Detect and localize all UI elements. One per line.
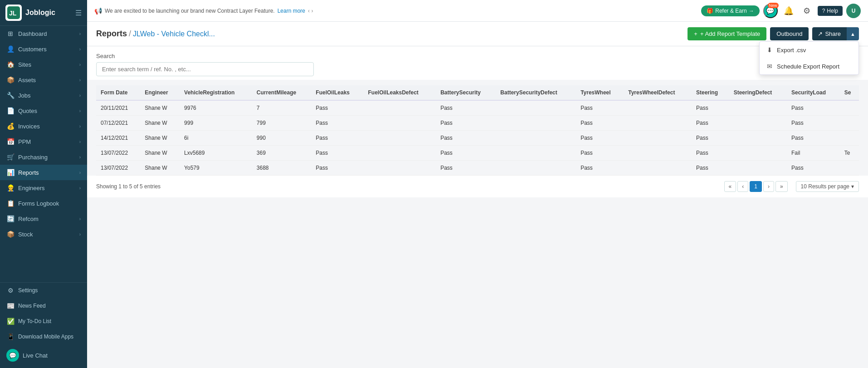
sidebar-label-ppm: PPM: [18, 138, 76, 145]
jobs-icon: 🔧: [6, 92, 15, 99]
table-row: 13/07/2022Shane WLxv5689369PassPassPassP…: [96, 146, 859, 161]
assets-icon: 📦: [6, 76, 15, 83]
pagination-btn-4[interactable]: »: [775, 181, 788, 192]
outbound-button[interactable]: Outbound: [770, 27, 809, 40]
breadcrumb-sub[interactable]: JLWeb - Vehicle Checkl...: [133, 30, 215, 38]
cell-fuel_oil_leaks_defect-2: [363, 131, 436, 146]
sidebar-item-my-to-do-list[interactable]: ✅ My To-Do List: [0, 314, 87, 329]
cell-engineer-2: Shane W: [140, 131, 180, 146]
cell-tyres_wheel_defect-2: [624, 131, 692, 146]
sidebar-label-download-mobile-apps: Download Mobile Apps: [18, 334, 81, 340]
chevron-icon: ›: [79, 31, 81, 36]
sidebar-item-quotes[interactable]: 📄 Quotes ›: [0, 103, 87, 118]
content-area: Reports / JLWeb - Vehicle Checkl... + + …: [87, 22, 868, 368]
sidebar-item-assets[interactable]: 📦 Assets ›: [0, 72, 87, 88]
schedule-export-item[interactable]: ✉ Schedule Export Report: [760, 58, 858, 74]
sidebar-label-my-to-do-list: My To-Do List: [18, 318, 81, 324]
cell-form_date-3: 13/07/2022: [96, 146, 140, 161]
sidebar-item-stock[interactable]: 📦 Stock ›: [0, 226, 87, 242]
sidebar-item-purchasing[interactable]: 🛒 Purchasing ›: [0, 149, 87, 165]
sidebar-item-sites[interactable]: 🏠 Sites ›: [0, 57, 87, 72]
live-chat-icon: 💬: [6, 349, 19, 362]
add-report-template-button[interactable]: + + Add Report Template: [688, 27, 766, 40]
cell-current_mileage-0: 7: [252, 100, 312, 116]
sidebar-label-invoices: Invoices: [18, 123, 76, 130]
live-chat-label: Live Chat: [23, 352, 48, 359]
pagination-btn-2[interactable]: 1: [750, 181, 762, 192]
sidebar-item-live-chat[interactable]: 💬 Live Chat: [0, 344, 87, 366]
cell-battery_security-1: Pass: [436, 116, 496, 131]
sidebar-label-jobs: Jobs: [18, 92, 76, 99]
sidebar-logo: JL Joblogic ☰: [0, 0, 87, 26]
cell-tyres_wheel_defect-1: [624, 116, 692, 131]
customers-icon: 👤: [6, 45, 15, 53]
refcom-icon: 🔄: [6, 215, 15, 222]
email-icon: ✉: [767, 63, 772, 70]
svg-text:JL: JL: [9, 10, 17, 17]
cell-steering_defect-0: [729, 100, 787, 116]
cell-steering-0: Pass: [692, 100, 729, 116]
sidebar-item-engineers[interactable]: 👷 Engineers ›: [0, 180, 87, 196]
cell-tyres_wheel-4: Pass: [576, 161, 624, 176]
cell-steering_defect-4: [729, 161, 787, 176]
sidebar-item-ppm[interactable]: 📅 PPM ›: [0, 134, 87, 149]
export-csv-item[interactable]: ⬇ Export .csv: [760, 42, 858, 58]
help-button[interactable]: ? Help: [818, 6, 843, 16]
help-label: Help: [827, 8, 838, 14]
chevron-icon: ›: [79, 93, 81, 98]
pagination-btn-0[interactable]: «: [724, 181, 736, 192]
cell-current_mileage-3: 369: [252, 146, 312, 161]
sidebar-item-forms-logbook[interactable]: 📋 Forms Logbook: [0, 196, 87, 211]
cell-security_load-0: Pass: [787, 100, 840, 116]
sidebar-item-news-feed[interactable]: 📰 News Feed: [0, 298, 87, 314]
cell-security_load-1: Pass: [787, 116, 840, 131]
col-header-batterysecurity: BatterySecurity: [436, 85, 496, 100]
expand-icon[interactable]: ‹ ›: [308, 8, 313, 14]
cell-se-3: Te: [840, 146, 859, 161]
pagination-btn-1[interactable]: ‹: [737, 181, 748, 192]
share-icon: ↗: [818, 30, 823, 37]
search-input[interactable]: [96, 62, 314, 76]
share-dropdown: ⬇ Export .csv ✉ Schedule Export Report: [759, 41, 859, 75]
sidebar-item-settings[interactable]: ⚙ Settings: [0, 283, 87, 298]
notifications-icon[interactable]: 🔔: [781, 4, 796, 18]
sidebar-item-customers[interactable]: 👤 Customers ›: [0, 41, 87, 57]
chevron-icon: ›: [79, 216, 81, 221]
dashboard-icon: ⊞: [6, 30, 15, 37]
cell-se-1: [840, 116, 859, 131]
chevron-icon: ›: [79, 108, 81, 113]
sidebar-label-settings: Settings: [18, 287, 81, 294]
share-caret-button[interactable]: ▲: [846, 27, 859, 40]
sidebar-item-reports[interactable]: 📊 Reports ›: [0, 165, 87, 180]
sidebar-label-purchasing: Purchasing: [18, 154, 76, 161]
refer-earn-button[interactable]: 🎁 Refer & Earn →: [701, 5, 759, 16]
col-header-fueloilleaksdefect: FuelOilLeaksDefect: [363, 85, 436, 100]
sidebar-item-invoices[interactable]: 💰 Invoices ›: [0, 118, 87, 134]
app-name: Joblogic: [25, 9, 55, 17]
cell-vehicle_reg-3: Lxv5689: [180, 146, 252, 161]
hamburger-icon[interactable]: ☰: [75, 9, 82, 17]
per-page-button[interactable]: 10 Results per page ▾: [796, 181, 859, 192]
announcement-link[interactable]: Learn more: [278, 8, 305, 14]
settings-icon[interactable]: ⚙: [800, 4, 814, 18]
user-avatar[interactable]: U: [846, 4, 861, 18]
pagination-info: Showing 1 to 5 of 5 entries: [96, 183, 722, 190]
chevron-icon: ›: [79, 47, 81, 52]
sidebar-item-jobs[interactable]: 🔧 Jobs ›: [0, 88, 87, 103]
sidebar-item-refcom[interactable]: 🔄 Refcom ›: [0, 211, 87, 226]
caret-down-icon: ▲: [850, 31, 855, 37]
cell-tyres_wheel-2: Pass: [576, 131, 624, 146]
cell-current_mileage-2: 990: [252, 131, 312, 146]
cell-vehicle_reg-4: Yo579: [180, 161, 252, 176]
col-header-tyreswheeldefect: TyresWheelDefect: [624, 85, 692, 100]
pagination-btn-3[interactable]: ›: [763, 181, 774, 192]
per-page-select: 10 Results per page ▾: [796, 181, 859, 192]
cell-current_mileage-1: 799: [252, 116, 312, 131]
chat-button[interactable]: 💬 New: [763, 4, 778, 18]
cell-engineer-3: Shane W: [140, 146, 180, 161]
sidebar-item-dashboard[interactable]: ⊞ Dashboard ›: [0, 26, 87, 41]
table-row: 20/11/2021Shane W99767PassPassPassPassPa…: [96, 100, 859, 116]
share-button[interactable]: ↗ Share: [812, 27, 846, 40]
table-container: Form DateEngineerVehicleRegistrationCurr…: [87, 80, 868, 176]
sidebar-item-download-mobile-apps[interactable]: 📱 Download Mobile Apps: [0, 329, 87, 344]
